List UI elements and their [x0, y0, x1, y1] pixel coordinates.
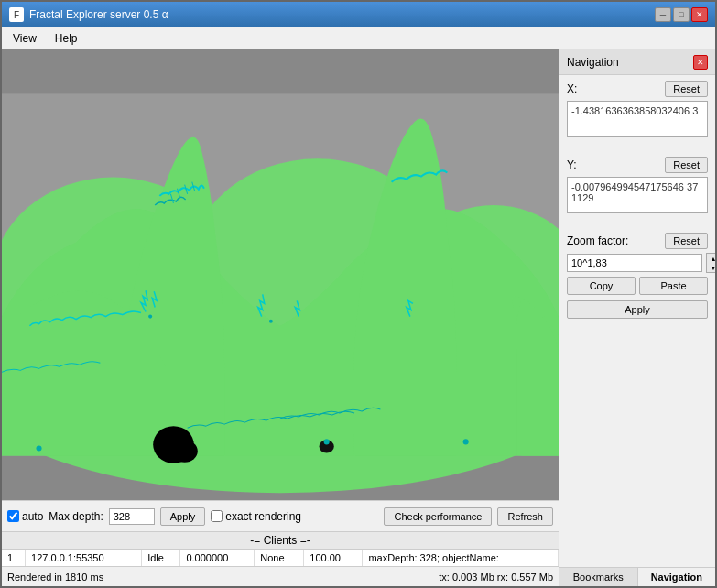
coord-divider-1: [567, 147, 708, 147]
title-bar: F Fractal Explorer server 0.5 α ─ □ ✕: [2, 2, 715, 27]
status-bar: Rendered in 1810 ms tx: 0.003 Mb rx: 0.5…: [2, 566, 559, 586]
window-title: Fractal Explorer server 0.5 α: [29, 8, 168, 21]
depth-input[interactable]: [109, 508, 155, 525]
svg-point-15: [324, 439, 330, 444]
coord-divider-2: [567, 223, 708, 223]
auto-checkbox-label[interactable]: auto: [7, 510, 43, 523]
svg-point-11: [171, 440, 197, 462]
menu-bar: View Help: [2, 27, 715, 49]
refresh-button[interactable]: Refresh: [497, 507, 553, 526]
zoom-down-button[interactable]: ▼: [707, 263, 715, 272]
y-label: Y:: [567, 158, 577, 171]
controls-bar: auto Max depth: Apply exact rendering Ch…: [2, 500, 559, 531]
menu-help[interactable]: Help: [48, 30, 85, 47]
bookmarks-tab[interactable]: Bookmarks: [559, 568, 638, 586]
exact-checkbox-label[interactable]: exact rendering: [211, 510, 301, 523]
client-info: maxDepth: 328; objectName:: [363, 550, 559, 566]
y-coord-section: Y: Reset -0.007964994547175646 371129: [559, 151, 715, 219]
check-performance-button[interactable]: Check performance: [384, 507, 492, 526]
nav-apply-button[interactable]: Apply: [567, 300, 708, 319]
nav-title: Navigation: [567, 56, 619, 69]
nav-header: Navigation ✕: [559, 49, 715, 75]
memory-info: tx: 0.003 Mb rx: 0.557 Mb: [439, 572, 553, 583]
zoom-reset-button[interactable]: Reset: [665, 233, 708, 249]
apply-row: Apply: [559, 300, 715, 324]
minimize-button[interactable]: ─: [655, 7, 671, 22]
svg-point-17: [463, 439, 469, 444]
x-reset-button[interactable]: Reset: [665, 81, 708, 97]
zoom-spinner: ▲ ▼: [706, 253, 715, 273]
auto-checkbox[interactable]: [7, 510, 19, 522]
paste-button[interactable]: Paste: [639, 277, 708, 295]
zoom-label: Zoom factor:: [567, 234, 628, 247]
nav-close-button[interactable]: ✕: [693, 55, 708, 70]
bottom-tabs: Bookmarks Navigation: [559, 567, 715, 586]
x-label-row: X: Reset: [567, 81, 708, 97]
menu-view[interactable]: View: [5, 30, 44, 47]
apply-button[interactable]: Apply: [160, 507, 206, 526]
zoom-label-row: Zoom factor: Reset: [567, 233, 708, 249]
zoom-section: Zoom factor: Reset ▲ ▼ Copy Paste: [559, 227, 715, 300]
x-value: -1.4381636363858032406 3: [567, 101, 708, 137]
exact-checkbox[interactable]: [211, 510, 223, 522]
copy-paste-row: Copy Paste: [567, 277, 708, 295]
x-coord-section: X: Reset -1.4381636363858032406 3: [559, 75, 715, 143]
clients-header: -= Clients =-: [2, 532, 559, 550]
svg-point-16: [36, 445, 41, 451]
svg-point-14: [269, 320, 273, 323]
table-row: 1 127.0.0.1:55350 Idle 0.000000 None 100…: [2, 550, 559, 566]
maximize-button[interactable]: □: [673, 7, 690, 22]
render-time: Rendered in 1810 ms: [7, 572, 103, 583]
clients-section: -= Clients =- 1 127.0.0.1:55350 Idle 0.0…: [2, 531, 559, 566]
auto-label: auto: [22, 510, 43, 523]
svg-point-13: [148, 315, 152, 319]
close-button[interactable]: ✕: [691, 7, 708, 22]
zoom-up-button[interactable]: ▲: [707, 254, 715, 263]
spacer: [559, 324, 715, 567]
navigation-tab[interactable]: Navigation: [638, 568, 716, 586]
title-bar-left: F Fractal Explorer server 0.5 α: [9, 7, 168, 22]
exact-label: exact rendering: [225, 510, 301, 523]
y-reset-button[interactable]: Reset: [665, 157, 708, 173]
fractal-panel: auto Max depth: Apply exact rendering Ch…: [2, 49, 559, 586]
zoom-input-row: ▲ ▼: [567, 253, 708, 273]
fractal-canvas[interactable]: [2, 49, 559, 500]
client-mode: None: [255, 550, 304, 566]
y-value: -0.007964994547175646 371129: [567, 177, 708, 213]
right-panel: Navigation ✕ X: Reset -1.438163636385803…: [559, 49, 715, 586]
client-address: 127.0.0.1:55350: [26, 550, 142, 566]
client-load: 100.00: [304, 550, 363, 566]
client-status: Idle: [142, 550, 180, 566]
zoom-input[interactable]: [567, 254, 702, 272]
main-area: auto Max depth: Apply exact rendering Ch…: [2, 49, 715, 586]
y-label-row: Y: Reset: [567, 157, 708, 173]
copy-button[interactable]: Copy: [567, 277, 636, 295]
x-label: X:: [567, 82, 577, 95]
main-window: F Fractal Explorer server 0.5 α ─ □ ✕ Vi…: [0, 0, 717, 588]
window-controls: ─ □ ✕: [655, 7, 708, 22]
client-progress: 0.000000: [180, 550, 255, 566]
client-num: 1: [2, 550, 26, 566]
clients-table: 1 127.0.0.1:55350 Idle 0.000000 None 100…: [2, 550, 559, 566]
fractal-image: [2, 49, 559, 500]
max-depth-label: Max depth:: [49, 510, 103, 523]
app-icon: F: [9, 7, 24, 22]
